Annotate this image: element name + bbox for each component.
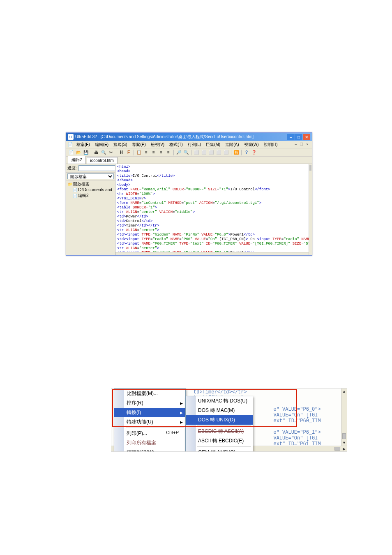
- window-tile-v-icon[interactable]: ⬜: [208, 149, 214, 156]
- vertical-scrollbar[interactable]: ▲ ▼: [341, 388, 347, 446]
- mdi-minimize-button[interactable]: –: [293, 142, 299, 147]
- context-menu-item[interactable]: 比對檔案(M)...: [114, 389, 185, 398]
- menu-advanced[interactable]: 進階(A): [224, 141, 240, 148]
- find-next-icon[interactable]: 🔍: [183, 149, 189, 156]
- menu-window[interactable]: 視窗(W): [243, 141, 260, 148]
- help-icon[interactable]: ?: [243, 149, 250, 156]
- tab-iocontrol[interactable]: iocontrol.htm: [87, 157, 118, 164]
- find-icon[interactable]: 🔎: [175, 149, 182, 156]
- mdi-icon: 📄: [68, 142, 73, 147]
- menu-macro[interactable]: 巨集(M): [205, 141, 221, 148]
- submenu-item[interactable]: UNIX/MAC 轉 DOS(U): [186, 396, 253, 406]
- toolbar: 📄 📂 💾 🖶 🔍 ✂ H F 📋 ≡ ≡ ≡ ≡ 🔎 🔍 ⬜ ⬜ ⬜ ⬜ ⬜ …: [66, 148, 312, 157]
- submenu-arrow-icon: ▶: [180, 420, 183, 424]
- maximize-button[interactable]: □: [295, 134, 302, 140]
- context-menu-item[interactable]: 特殊功能(U)▶: [114, 417, 185, 427]
- convert-submenu: UNIX/MAC 轉 DOS(U)DOS 轉 MAC(M)DOS 轉 UNIX(…: [185, 396, 253, 452]
- window-tile-h-icon[interactable]: ⬜: [201, 149, 207, 156]
- clipboard-icon[interactable]: 📋: [136, 149, 142, 156]
- submenu-item[interactable]: DOS 轉 MAC(M): [186, 406, 253, 415]
- file-icon: [73, 187, 78, 192]
- app-icon: U: [68, 134, 74, 140]
- lang-toggle-icon[interactable]: 🈶: [233, 149, 240, 156]
- submenu-item[interactable]: ASCII 轉 EBCDIC(E): [186, 436, 253, 446]
- scroll-up-icon[interactable]: ▲: [341, 388, 347, 394]
- context-menu: 比對檔案(M)...排序(R)▶轉換(I)▶特殊功能(U)▶列印(P)...Ct…: [114, 388, 186, 452]
- menu-edit[interactable]: 編輯(E): [94, 141, 110, 148]
- print-icon[interactable]: 🖶: [93, 149, 99, 156]
- function-list-icon[interactable]: F: [125, 149, 132, 156]
- ultraedit-window: U UltraEdit-32 - [C:\Documents and Setti…: [66, 132, 312, 256]
- align-justify-icon[interactable]: ≡: [165, 149, 172, 156]
- menu-search[interactable]: 搜尋(S): [112, 141, 128, 148]
- context-menu-item[interactable]: 預覽列印(W): [114, 448, 185, 452]
- filter-label: 過濾:: [67, 165, 77, 171]
- context-help-icon[interactable]: ❓: [251, 149, 257, 156]
- menu-file[interactable]: 檔案(F): [75, 141, 91, 148]
- menubar: 📄 檔案(F) 編輯(E) 搜尋(S) 專案(P) 檢視(V) 格式(T) 行列…: [66, 141, 312, 148]
- window-arrange-icon[interactable]: ⬜: [223, 149, 229, 156]
- document-tabbar: 編輯2 iocontrol.htm: [66, 157, 312, 164]
- window-cascade-icon[interactable]: ⬜: [193, 149, 200, 156]
- titlebar[interactable]: U UltraEdit-32 - [C:\Documents and Setti…: [66, 133, 312, 141]
- close-button[interactable]: ✕: [303, 134, 310, 140]
- menu-project[interactable]: 專案(P): [131, 141, 147, 148]
- submenu-arrow-icon: ▶: [180, 411, 183, 415]
- new-file-icon[interactable]: 📄: [68, 149, 74, 156]
- scroll-right-icon[interactable]: ▶: [341, 446, 347, 451]
- context-menu-item[interactable]: 列印所有檔案: [114, 438, 185, 448]
- context-menu-item[interactable]: 排序(R)▶: [114, 398, 185, 408]
- print-preview-icon[interactable]: 🔍: [100, 149, 107, 156]
- tab-edit2[interactable]: 編輯2: [68, 156, 86, 164]
- save-icon[interactable]: 💾: [83, 149, 89, 156]
- mdi-close-button[interactable]: ×: [304, 142, 310, 147]
- submenu-arrow-icon: ▶: [180, 401, 183, 405]
- file-tree-panel: 過濾: 重整(R) 開啟檔案 開啟檔案 C:\Documents and Set…: [66, 164, 115, 255]
- minimize-button[interactable]: –: [287, 134, 295, 140]
- align-left-icon[interactable]: ≡: [143, 149, 150, 156]
- window-split-icon[interactable]: ⬜: [215, 149, 222, 156]
- mdi-restore-button[interactable]: ❐: [299, 142, 304, 147]
- file-icon: [73, 193, 78, 198]
- align-right-icon[interactable]: ≡: [158, 149, 164, 156]
- menu-view[interactable]: 檢視(V): [150, 141, 166, 148]
- file-tree[interactable]: 開啟檔案 C:\Documents and Settings\A 編輯2: [66, 180, 115, 199]
- open-files-select[interactable]: 開啟檔案: [67, 173, 114, 179]
- menu-format[interactable]: 格式(T): [168, 141, 184, 148]
- hex-mode-icon[interactable]: H: [118, 149, 125, 156]
- open-file-icon[interactable]: 📂: [75, 149, 82, 156]
- folder-icon: [68, 182, 73, 186]
- context-menu-item[interactable]: 列印(P)...Ctrl+P: [114, 429, 185, 438]
- editor-horizontal-scroll[interactable]: [115, 252, 309, 255]
- context-menu-item[interactable]: 轉換(I)▶: [114, 408, 185, 417]
- submenu-item[interactable]: DOS 轉 UNIX(D): [186, 415, 253, 425]
- submenu-item[interactable]: OEM 轉 ANSI(O): [186, 448, 253, 452]
- filter-input[interactable]: [78, 165, 115, 171]
- code-editor[interactable]: <html><head><title>I/O Control</title></…: [115, 164, 312, 255]
- scroll-down-icon[interactable]: ▼: [341, 440, 347, 446]
- window-title: UltraEdit-32 - [C:\Documents and Setting…: [75, 134, 287, 140]
- cut-icon[interactable]: ✂: [108, 149, 114, 156]
- submenu-item[interactable]: EBCDIC 轉 ASCII(A): [186, 427, 253, 436]
- editor-vertical-scroll[interactable]: [309, 164, 312, 255]
- align-center-icon[interactable]: ≡: [150, 149, 157, 156]
- menu-screenshot: td>Timer</td></tr> tr ALIGN="center"> o"…: [111, 388, 347, 452]
- menu-column[interactable]: 行列(L): [187, 141, 202, 148]
- menu-help[interactable]: 說明(H): [263, 141, 279, 148]
